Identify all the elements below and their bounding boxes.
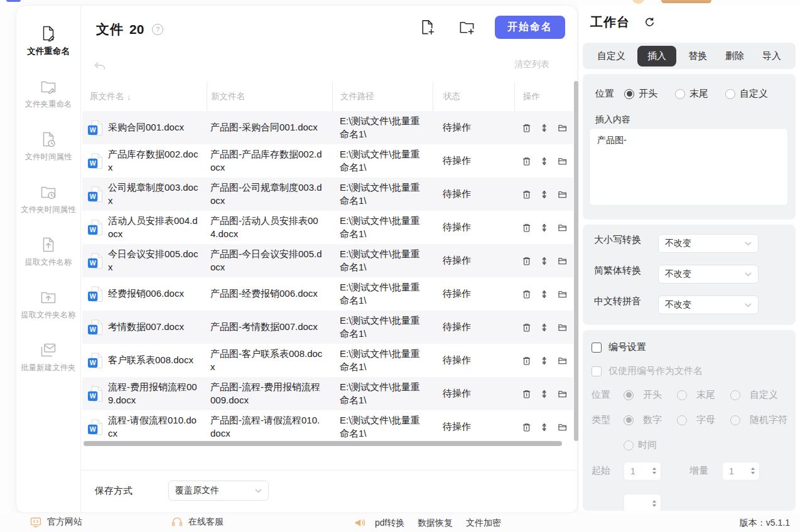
move-icon[interactable]	[539, 289, 549, 300]
numbering-start-row: 起始 1 增量 1	[592, 465, 787, 477]
digits-stepper-partial[interactable]	[624, 494, 661, 511]
table-row: 活动人员安排表004.docx 产品图-活动人员安排表004.docx E:\测…	[82, 211, 573, 244]
only-number-checkbox[interactable]	[592, 366, 602, 376]
move-icon[interactable]	[539, 388, 549, 400]
open-folder-icon[interactable]	[558, 222, 567, 233]
status-label: 待操作	[433, 217, 514, 237]
file-path: E:\测试文件\批量重命名1\	[332, 344, 433, 377]
sidebar-item-folder-time[interactable]: 文件夹时间属性	[21, 183, 76, 215]
save-mode-label: 保存方式	[95, 485, 132, 497]
open-folder-icon[interactable]	[558, 156, 567, 167]
radio-num-position-start[interactable]	[624, 390, 634, 400]
file-encrypt-link[interactable]: 文件加密	[466, 518, 501, 529]
sidebar-item-label: 提取文件夹名称	[21, 310, 76, 321]
tab-delete[interactable]: 删除	[719, 46, 750, 66]
new-filename: 产品图-经费报销006.docx	[207, 284, 332, 304]
delete-icon[interactable]	[522, 422, 531, 433]
save-mode-select[interactable]: 覆盖原文件	[168, 481, 269, 501]
open-folder-icon[interactable]	[558, 388, 567, 400]
traditional-convert-value: 不改变	[665, 269, 691, 280]
open-folder-icon[interactable]	[558, 255, 567, 267]
tab-replace[interactable]: 替换	[682, 46, 713, 66]
new-filename: 产品图-今日会议安排005.docx	[207, 244, 332, 277]
open-folder-icon[interactable]	[558, 122, 567, 134]
sidebar-item-file-time[interactable]: 文件时间属性	[25, 130, 72, 162]
open-folder-icon[interactable]	[558, 355, 567, 366]
vertical-scrollbar[interactable]	[574, 81, 578, 441]
increment-stepper[interactable]: 1	[722, 462, 760, 481]
spinner-down-icon[interactable]	[652, 504, 656, 507]
file-path: E:\测试文件\批量重命名1\	[332, 244, 433, 277]
pinyin-convert-select[interactable]: 不改变	[658, 295, 759, 314]
delete-icon[interactable]	[522, 289, 531, 300]
open-folder-icon[interactable]	[558, 422, 567, 433]
help-icon[interactable]: ?	[152, 24, 163, 35]
delete-icon[interactable]	[522, 156, 531, 167]
horizontal-scrollbar[interactable]	[84, 441, 562, 446]
sidebar-item-folder-rename[interactable]: 文件夹重命名	[25, 78, 72, 110]
delete-icon[interactable]	[522, 122, 531, 134]
move-icon[interactable]	[539, 355, 549, 366]
move-icon[interactable]	[539, 189, 549, 200]
delete-icon[interactable]	[522, 388, 531, 400]
tab-import[interactable]: 导入	[756, 46, 787, 66]
word-file-icon	[87, 386, 103, 402]
spinner-up-icon[interactable]	[652, 500, 656, 503]
new-filename: 产品图-产品库存数据002.docx	[207, 144, 332, 178]
spinner-down-icon[interactable]	[652, 472, 656, 474]
sidebar-item-extract-file-name[interactable]: 提取文件名称	[25, 236, 72, 268]
online-service-link[interactable]: 在线客服	[171, 516, 224, 528]
spinner-up-icon[interactable]	[652, 467, 656, 470]
radio-position-end[interactable]	[675, 89, 685, 99]
sidebar-item-batch-new-folder[interactable]: 批量新建文件夹	[21, 341, 76, 373]
header-original-filename[interactable]: 原文件名 ↓	[82, 82, 207, 111]
add-folder-button[interactable]	[458, 19, 475, 36]
status-label: 待操作	[433, 184, 514, 204]
delete-icon[interactable]	[522, 189, 531, 200]
add-file-button[interactable]	[419, 19, 436, 36]
move-icon[interactable]	[539, 222, 549, 233]
insert-content-input[interactable]: 产品图-	[589, 128, 788, 206]
new-filename: 产品图-考情数据007.docx	[207, 317, 332, 337]
numbering-checkbox[interactable]	[592, 343, 602, 353]
radio-num-position-custom[interactable]	[730, 390, 740, 400]
new-filename: 产品图-流程-请假流程010.docx	[207, 410, 332, 444]
open-folder-icon[interactable]	[558, 322, 567, 333]
sidebar-item-file-rename[interactable]: 文件重命名	[27, 24, 70, 57]
spinner-down-icon[interactable]	[751, 472, 755, 474]
data-recovery-link[interactable]: 数据恢复	[418, 518, 453, 529]
move-icon[interactable]	[539, 322, 549, 333]
start-rename-button[interactable]: 开始命名	[495, 16, 565, 39]
radio-position-custom[interactable]	[725, 89, 735, 99]
numbering-position-row: 位置 开头 末尾 自定义	[592, 389, 787, 401]
refresh-icon[interactable]	[644, 16, 656, 28]
move-icon[interactable]	[539, 156, 549, 167]
delete-icon[interactable]	[522, 255, 531, 267]
delete-icon[interactable]	[522, 222, 531, 233]
move-icon[interactable]	[539, 122, 549, 134]
case-convert-select[interactable]: 不改变	[658, 234, 759, 253]
traditional-convert-select[interactable]: 不改变	[658, 265, 759, 284]
start-stepper[interactable]: 1	[624, 462, 661, 481]
radio-position-start[interactable]	[624, 89, 634, 99]
tab-custom[interactable]: 自定义	[591, 46, 632, 66]
move-icon[interactable]	[539, 422, 549, 433]
radio-num-type-random[interactable]	[730, 415, 740, 425]
delete-icon[interactable]	[522, 322, 531, 333]
delete-icon[interactable]	[522, 355, 531, 366]
move-icon[interactable]	[539, 255, 549, 267]
radio-num-position-end[interactable]	[677, 390, 687, 400]
official-site-link[interactable]: 官方网站	[30, 516, 82, 528]
undo-icon[interactable]	[92, 60, 107, 75]
radio-num-type-number[interactable]	[624, 415, 634, 425]
divider	[82, 470, 578, 471]
pdf-convert-link[interactable]: pdf转换	[375, 518, 404, 529]
open-folder-icon[interactable]	[558, 289, 567, 300]
clear-list-button[interactable]: 清空列表	[514, 59, 549, 70]
spinner-up-icon[interactable]	[751, 467, 755, 470]
radio-num-type-letter[interactable]	[677, 415, 687, 425]
tab-insert[interactable]: 插入	[637, 46, 676, 66]
sidebar-item-extract-folder-name[interactable]: 提取文件夹名称	[21, 289, 76, 321]
open-folder-icon[interactable]	[558, 189, 567, 200]
radio-num-type-time[interactable]	[624, 440, 634, 450]
